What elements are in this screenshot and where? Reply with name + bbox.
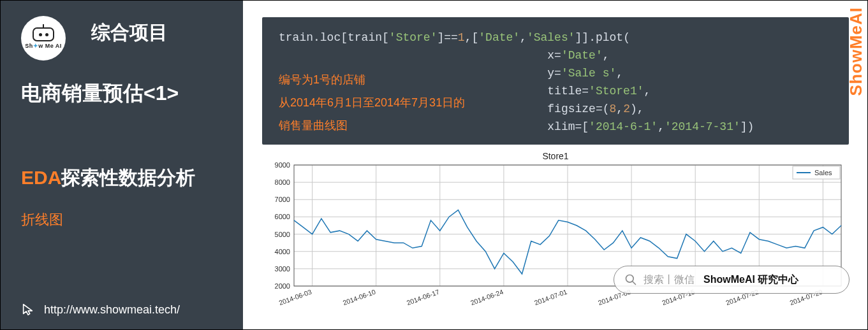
search-hint: 搜索丨微信 (644, 273, 695, 287)
svg-text:3000: 3000 (275, 265, 290, 273)
sidebar-heading-eda: EDA探索性数据分析 (21, 165, 230, 191)
note-line-3: 销售量曲线图 (279, 114, 465, 137)
footer-url[interactable]: http://www.showmeai.tech/ (44, 303, 180, 317)
note-line-1: 编号为1号的店铺 (279, 68, 465, 91)
code-block: train.loc[train['Store']==1,['Date','Sal… (262, 17, 849, 145)
svg-text:2014-06-24: 2014-06-24 (469, 288, 504, 307)
svg-text:8000: 8000 (275, 178, 290, 186)
note-line-2: 从2014年6月1日至2014年7月31日的 (279, 91, 465, 114)
brand-vertical-text: ShowMeAI (846, 7, 866, 96)
eda-prefix: EDA (21, 167, 61, 188)
search-pill[interactable]: 搜索丨微信 ShowMeAI 研究中心 (614, 266, 850, 294)
code-annotation: 编号为1号的店铺 从2014年6月1日至2014年7月31日的 销售量曲线图 (279, 68, 465, 137)
svg-text:9000: 9000 (275, 161, 290, 169)
cursor-icon (21, 303, 35, 317)
svg-text:2014-06-03: 2014-06-03 (278, 288, 313, 307)
sidebar-title-2: 电商销量预估<1> (21, 80, 230, 108)
svg-text:7000: 7000 (275, 196, 290, 203)
sidebar: Sh✦w Me AI 综合项目 电商销量预估<1> EDA探索性数据分析 折线图… (1, 1, 243, 330)
search-strong: ShowMeAI 研究中心 (703, 273, 798, 287)
chart-title: Store1 (262, 151, 849, 161)
svg-text:5000: 5000 (275, 231, 290, 238)
svg-text:Sales: Sales (814, 169, 832, 176)
svg-text:2014-06-17: 2014-06-17 (406, 288, 441, 307)
brand-logo: Sh✦w Me AI (21, 16, 66, 61)
sidebar-footer: http://www.showmeai.tech/ (21, 303, 180, 317)
eda-rest: 探索性数据分析 (61, 167, 195, 188)
svg-text:2000: 2000 (275, 282, 290, 290)
robot-face-icon (33, 27, 54, 41)
svg-text:6000: 6000 (275, 213, 290, 220)
svg-text:4000: 4000 (275, 248, 290, 255)
svg-text:2014-06-10: 2014-06-10 (342, 288, 377, 307)
svg-text:2014-07-01: 2014-07-01 (533, 288, 568, 307)
svg-line-39 (633, 282, 636, 285)
sidebar-title-1: 综合项目 (91, 20, 168, 46)
sidebar-subheading: 折线图 (21, 210, 230, 229)
search-icon (624, 273, 637, 286)
brand-logo-text: Sh✦w Me AI (25, 43, 62, 49)
